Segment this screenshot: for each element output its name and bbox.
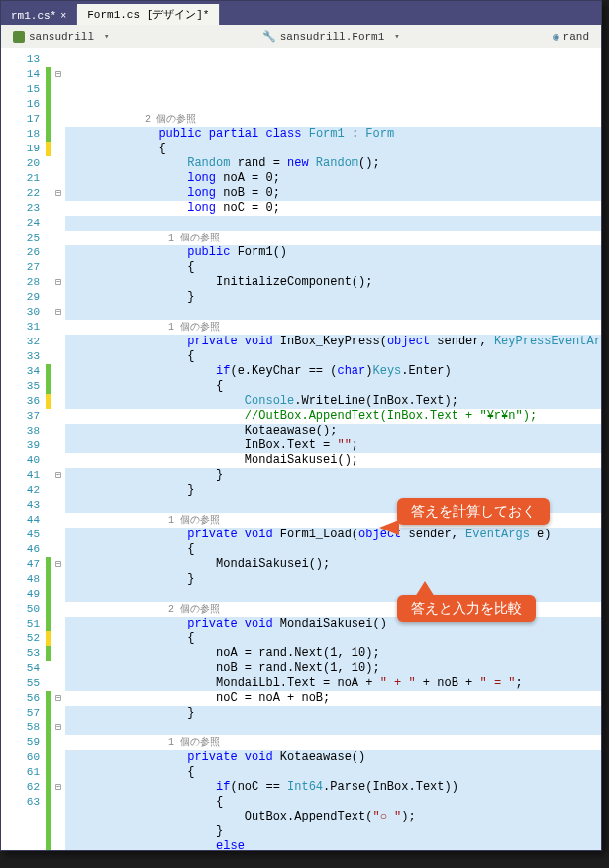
chevron-down-icon[interactable]: ▾ bbox=[394, 31, 399, 42]
field-icon: ◉ bbox=[553, 30, 559, 43]
outline-column[interactable]: ⊟⊟⊟⊟⊟⊟⊟⊟⊟ bbox=[51, 48, 65, 850]
tab-bar: rm1.cs* × Form1.cs [デザイン]* bbox=[1, 1, 601, 25]
csharp-icon bbox=[13, 31, 25, 43]
nav-member-label: rand bbox=[563, 31, 589, 43]
annotation-compare: 答えと入力を比較 bbox=[397, 595, 536, 622]
chevron-down-icon[interactable]: ▾ bbox=[104, 31, 109, 42]
nav-member[interactable]: ◉ rand bbox=[547, 28, 595, 45]
nav-namespace[interactable]: sansudrill bbox=[7, 29, 100, 45]
tab-label: Form1.cs [デザイン]* bbox=[87, 7, 209, 22]
tab-label: rm1.cs* bbox=[11, 10, 56, 22]
wrench-icon: 🔧 bbox=[262, 30, 276, 43]
line-numbers: 1314151617181920212223242526272829303132… bbox=[1, 48, 46, 850]
annotation-calculate: 答えを計算しておく bbox=[397, 498, 550, 525]
close-icon[interactable]: × bbox=[60, 11, 66, 22]
nav-bar: sansudrill ▾ 🔧 sansudrill.Form1 ▾ ◉ rand bbox=[1, 25, 601, 48]
tab-form1-design[interactable]: Form1.cs [デザイン]* bbox=[77, 4, 220, 25]
code-editor[interactable]: 1314151617181920212223242526272829303132… bbox=[1, 48, 601, 850]
code-area[interactable]: 2 個の参照 public partial class Form1 : Form… bbox=[65, 48, 601, 850]
nav-class[interactable]: 🔧 sansudrill.Form1 bbox=[256, 28, 391, 45]
nav-namespace-label: sansudrill bbox=[29, 31, 94, 43]
nav-class-label: sansudrill.Form1 bbox=[280, 31, 385, 43]
editor-window: rm1.cs* × Form1.cs [デザイン]* sansudrill ▾ … bbox=[0, 0, 602, 851]
tab-form1-cs[interactable]: rm1.cs* × bbox=[1, 7, 77, 25]
